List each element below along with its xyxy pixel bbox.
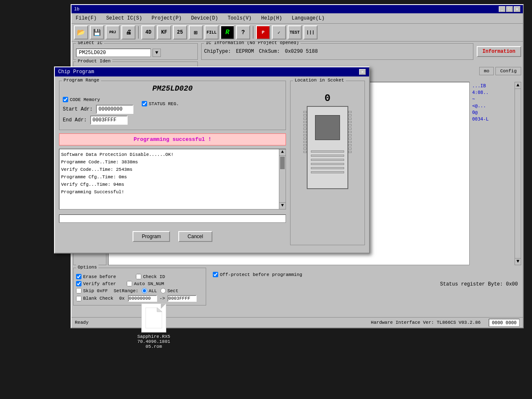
menu-help[interactable]: Help(H) [259, 15, 283, 22]
p-icon: P [262, 30, 265, 35]
toolbar: 📂 💾 PRJ 🖨 4D KF 25 ⊞ FILL R ? [71, 24, 523, 42]
25-button[interactable]: 25 [173, 25, 187, 39]
grid-button[interactable]: ⊞ [189, 25, 203, 39]
kf-button[interactable]: KF [157, 25, 171, 39]
right-data-408: 4:08.. [472, 89, 512, 96]
pin [348, 121, 352, 123]
log-line-4: Verify Cfg...Time: 94ms [61, 181, 284, 188]
menu-device[interactable]: Device(D) [190, 15, 220, 22]
desktop-icon[interactable]: Sapphire.RX570.4096.180105.rom [133, 303, 175, 349]
4d-button[interactable]: 4D [141, 25, 155, 39]
pin [303, 138, 307, 140]
title-bar-buttons: _ □ ✕ [499, 6, 520, 12]
blank-check-checkbox[interactable] [76, 296, 81, 301]
cancel-button[interactable]: Cancel [178, 231, 212, 242]
ready-status: Ready [75, 320, 89, 325]
right-data-panel: ...IB 4:08.. ~ <@... 0@ 0034-L [471, 82, 513, 265]
open-file-button[interactable]: 📂 [74, 25, 88, 39]
close-button[interactable]: ✕ [514, 6, 520, 12]
end-adr-input[interactable] [90, 116, 128, 125]
help-button[interactable]: ? [236, 25, 250, 39]
sect-radio[interactable] [160, 288, 166, 293]
app-title: lb [74, 7, 79, 12]
menu-select-ic[interactable]: Select IC(S) [104, 15, 143, 22]
slot [311, 159, 344, 161]
menu-tools[interactable]: Tools(V) [226, 15, 254, 22]
ic-dropdown[interactable]: PM25LD020 [76, 49, 151, 57]
check-id-text: Check ID [143, 274, 165, 279]
start-adr-row: Start Adr: [63, 105, 133, 114]
dialog-close-button[interactable]: ✕ [359, 69, 366, 75]
status-reg-checkbox[interactable] [142, 101, 147, 106]
menu-language[interactable]: Language(L) [290, 15, 326, 22]
end-adr-label: End Adr: [63, 117, 87, 123]
check-id-checkbox[interactable] [136, 274, 141, 279]
program-button[interactable]: Program [133, 231, 170, 242]
product-ident-label: Product Iden [76, 59, 112, 64]
grid-icon: ⊞ [194, 29, 197, 36]
location-label: Location in Scoket [293, 78, 346, 83]
program-range-group: Program Range PM25LD020 CODE Memory [59, 81, 286, 130]
dialog-buttons: Program Cancel [59, 228, 286, 245]
dialog-title-bar: Chip Program ✕ [55, 67, 369, 76]
ic-dropdown-arrow[interactable]: ▼ [153, 49, 161, 57]
erase-before-checkbox[interactable] [76, 274, 81, 279]
save-button[interactable]: 💾 [90, 25, 104, 39]
all-radio[interactable] [142, 288, 147, 293]
off-protect-row: Off-protect before programming [213, 271, 518, 278]
erase-before-row: Erase before Check ID [76, 273, 203, 280]
p-button[interactable]: P [256, 25, 270, 39]
pin [348, 138, 352, 140]
auto-sn-checkbox[interactable] [127, 281, 132, 286]
bars-button[interactable]: ||| [303, 25, 318, 39]
tab-mo[interactable]: mo [479, 67, 494, 75]
test-button[interactable]: TEST [288, 25, 302, 39]
log-line-5: Programming Successful! [61, 188, 284, 196]
log-scroll-up[interactable]: ▲ [279, 149, 286, 156]
r-button[interactable]: R [220, 25, 234, 39]
information-button[interactable]: Information [477, 46, 521, 57]
maximize-button[interactable]: □ [506, 6, 513, 12]
chk-sum-value: 0x0290 5188 [285, 49, 318, 54]
fill-button[interactable]: FILL [204, 25, 219, 39]
minimize-button[interactable]: _ [499, 6, 505, 12]
chip-type-value: EEPROM [236, 49, 254, 54]
kf-icon: KF [161, 30, 167, 35]
skip-0xff-checkbox[interactable] [76, 288, 81, 293]
ic-info-label: IC Information (No Project opened) [204, 42, 300, 45]
project-button[interactable]: PRJ [106, 25, 120, 39]
print-icon: 🖨 [126, 29, 131, 36]
range-0x-label: 0x [119, 296, 125, 301]
start-adr-label: Start Adr: [63, 106, 93, 112]
right-data-at1: <@... [472, 103, 512, 109]
verify-button[interactable]: ✓ [272, 25, 286, 39]
print-button[interactable]: 🖨 [121, 25, 135, 39]
right-pins [348, 111, 352, 153]
range-start-input[interactable] [128, 295, 157, 302]
log-scrollbar[interactable]: ▲ ▼ [279, 149, 286, 209]
range-end-input[interactable] [167, 295, 197, 302]
program-range-label: Program Range [62, 78, 101, 83]
pin [303, 131, 307, 133]
folder-icon: 📂 [77, 28, 85, 37]
scroll-up[interactable]: ▲ [515, 82, 521, 89]
off-protect-checkbox[interactable] [213, 272, 218, 277]
verify-after-row: Verify after Auto SN_NUM [76, 280, 203, 287]
verify-after-checkbox[interactable] [76, 281, 81, 286]
log-line-1: Programme Code..Time: 3838ms [61, 158, 284, 166]
blank-check-row: Blank Check 0x -> [76, 294, 203, 303]
status-reg-label: STATUS REG. [149, 101, 179, 106]
log-scroll-down[interactable]: ▼ [279, 202, 286, 209]
progress-bar [59, 214, 286, 223]
pin [303, 111, 307, 113]
tab-config[interactable]: Config [495, 67, 521, 75]
scrollbar[interactable]: ▲ ▼ [515, 82, 521, 265]
menu-file[interactable]: File(F) [74, 15, 98, 22]
menu-project[interactable]: Project(P) [150, 15, 183, 22]
code-memory-checkbox[interactable] [63, 97, 68, 102]
chk-sum-label: ChkSum: [259, 49, 280, 54]
start-adr-input[interactable] [96, 105, 133, 114]
pin [348, 124, 352, 126]
select-ic-label: Select IC [76, 42, 104, 45]
scroll-down[interactable]: ▼ [515, 258, 521, 265]
